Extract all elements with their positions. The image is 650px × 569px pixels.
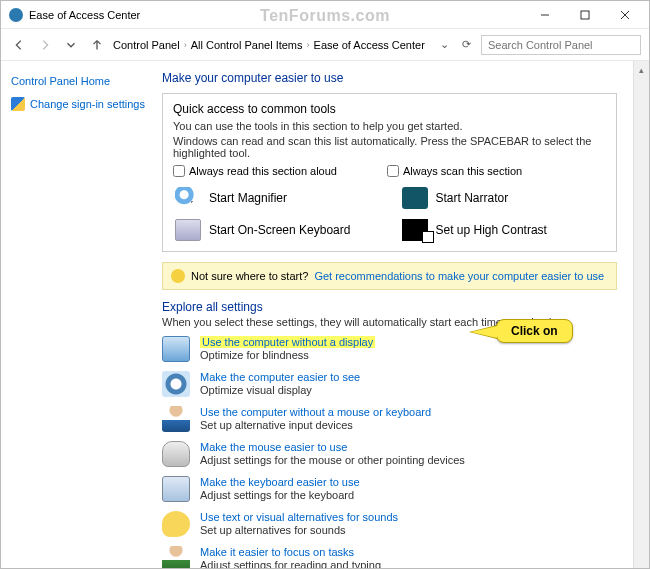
forward-button[interactable] (35, 35, 55, 55)
quick-help1: You can use the tools in this section to… (173, 120, 606, 132)
up-button[interactable] (87, 35, 107, 55)
tool-label: Start Magnifier (209, 191, 287, 205)
setting-link[interactable]: Use the computer without a mouse or keyb… (200, 406, 431, 418)
chk-read-aloud[interactable]: Always read this section aloud (173, 165, 337, 177)
sidebar: Control Panel Home Change sign-in settin… (1, 61, 156, 568)
setting-link[interactable]: Make the keyboard easier to use (200, 476, 360, 488)
setting-icon (162, 441, 190, 467)
contrast-icon (402, 219, 428, 241)
chk-scan[interactable]: Always scan this section (387, 165, 522, 177)
setting-desc: Adjust settings for the keyboard (200, 489, 360, 501)
window-title: Ease of Access Center (29, 9, 525, 21)
chk-read-label: Always read this section aloud (189, 165, 337, 177)
maximize-button[interactable] (565, 3, 605, 27)
refresh-button[interactable]: ⟳ (457, 38, 475, 51)
recent-dropdown[interactable] (61, 35, 81, 55)
setting-desc: Adjust settings for reading and typing (200, 559, 381, 568)
breadcrumb-leaf[interactable]: Ease of Access Center (314, 39, 425, 51)
explore-heading: Explore all settings (162, 300, 617, 314)
search-input[interactable] (481, 35, 641, 55)
tip-bar: Not sure where to start? Get recommendat… (162, 262, 617, 290)
chk-scan-label: Always scan this section (403, 165, 522, 177)
setting-row: Make the keyboard easier to useAdjust se… (162, 476, 617, 502)
scrollbar[interactable]: ▴ (633, 61, 649, 568)
setting-row: Use the computer without a mouse or keyb… (162, 406, 617, 432)
setting-link[interactable]: Make it easier to focus on tasks (200, 546, 381, 558)
tool-label: Set up High Contrast (436, 223, 547, 237)
app-icon (9, 8, 23, 22)
titlebar: Ease of Access Center (1, 1, 649, 29)
setting-row: Use text or visual alternatives for soun… (162, 511, 617, 537)
chevron-right-icon: › (307, 40, 310, 50)
sidebar-signin-link[interactable]: Change sign-in settings (11, 97, 146, 111)
chevron-right-icon: › (184, 40, 187, 50)
breadcrumb-mid[interactable]: All Control Panel Items (191, 39, 303, 51)
chk-scan-box[interactable] (387, 165, 399, 177)
close-button[interactable] (605, 3, 645, 27)
tip-link[interactable]: Get recommendations to make your compute… (314, 270, 604, 282)
tool-osk[interactable]: Start On-Screen Keyboard (173, 217, 380, 243)
tool-magnifier[interactable]: Start Magnifier (173, 185, 380, 211)
keyboard-icon (175, 219, 201, 241)
minimize-button[interactable] (525, 3, 565, 27)
setting-desc: Optimize visual display (200, 384, 360, 396)
quick-title: Quick access to common tools (173, 102, 606, 116)
setting-link[interactable]: Use text or visual alternatives for soun… (200, 511, 398, 523)
setting-row: Make the computer easier to seeOptimize … (162, 371, 617, 397)
tool-label: Start Narrator (436, 191, 509, 205)
quick-help2: Windows can read and scan this list auto… (173, 135, 606, 159)
narrator-icon (402, 187, 428, 209)
breadcrumb[interactable]: Control Panel › All Control Panel Items … (113, 39, 431, 51)
tool-narrator[interactable]: Start Narrator (400, 185, 607, 211)
bulb-icon (171, 269, 185, 283)
page-heading: Make your computer easier to use (162, 71, 617, 85)
setting-icon (162, 336, 190, 362)
setting-icon (162, 371, 190, 397)
setting-icon (162, 476, 190, 502)
setting-link[interactable]: Make the computer easier to see (200, 371, 360, 383)
settings-list: Use the computer without a displayOptimi… (162, 336, 617, 568)
setting-icon (162, 511, 190, 537)
magnifier-icon (175, 187, 201, 209)
tool-label: Start On-Screen Keyboard (209, 223, 350, 237)
setting-row: Make the mouse easier to useAdjust setti… (162, 441, 617, 467)
setting-desc: Set up alternatives for sounds (200, 524, 398, 536)
setting-desc: Optimize for blindness (200, 349, 375, 361)
scroll-up-icon[interactable]: ▴ (639, 65, 644, 75)
back-button[interactable] (9, 35, 29, 55)
breadcrumb-root[interactable]: Control Panel (113, 39, 180, 51)
main-content: Make your computer easier to use Quick a… (156, 61, 633, 568)
setting-icon (162, 406, 190, 432)
setting-icon (162, 546, 190, 568)
setting-link[interactable]: Make the mouse easier to use (200, 441, 465, 453)
setting-desc: Set up alternative input devices (200, 419, 431, 431)
svg-rect-1 (581, 11, 589, 19)
address-dropdown[interactable]: ⌄ (437, 38, 451, 51)
setting-row: Make it easier to focus on tasksAdjust s… (162, 546, 617, 568)
callout-annotation: Click on (496, 319, 573, 343)
chk-read-aloud-box[interactable] (173, 165, 185, 177)
setting-link[interactable]: Use the computer without a display (200, 336, 375, 348)
quick-access-box: Quick access to common tools You can use… (162, 93, 617, 252)
sidebar-home-link[interactable]: Control Panel Home (11, 75, 146, 87)
navbar: Control Panel › All Control Panel Items … (1, 29, 649, 61)
setting-desc: Adjust settings for the mouse or other p… (200, 454, 465, 466)
tip-prefix: Not sure where to start? (191, 270, 308, 282)
tool-highcontrast[interactable]: Set up High Contrast (400, 217, 607, 243)
